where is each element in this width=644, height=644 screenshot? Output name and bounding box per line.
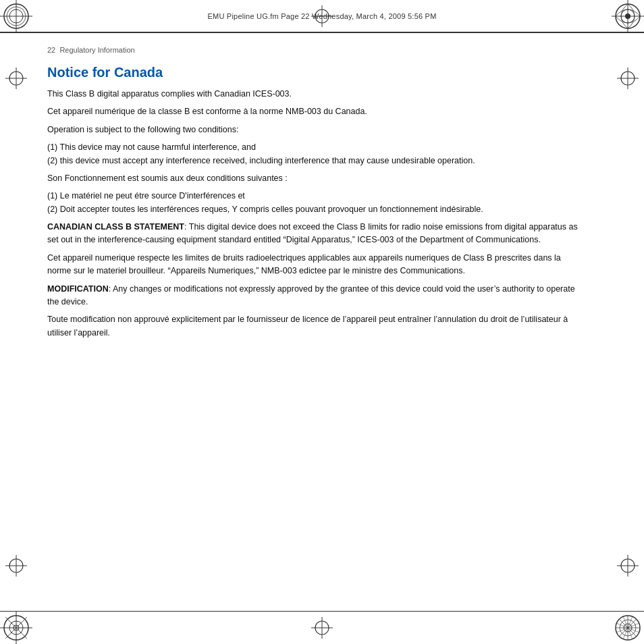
crosshair-right-bottom [617, 555, 639, 576]
paragraph-9-text: Any changes or modifications not express… [47, 284, 575, 306]
svg-point-8 [625, 14, 630, 19]
paragraph-6b: (2) Doit accepter toutes les interférenc… [47, 203, 583, 216]
paragraph-2: Cet appareil numérique de la classe B es… [47, 105, 583, 118]
paragraph-4a: (1) This device may not cause harmful in… [47, 141, 583, 154]
crosshair-top-center [311, 5, 333, 27]
crosshair-left-top [5, 68, 27, 89]
corner-mark-top-right [612, 0, 644, 32]
paragraph-10: Toute modification non approuvé explicit… [47, 313, 583, 340]
paragraph-8: Cet appareil numerique respecte les limi… [47, 252, 583, 278]
bold-prefix-canadian: CANADIAN CLASS B STATEMENT [47, 222, 184, 232]
page-number: 22 [47, 46, 55, 54]
page-label: 22 Regulatory Information [47, 46, 583, 54]
footer-area [0, 612, 644, 644]
paragraph-3: Operation is subject to the following tw… [47, 124, 583, 136]
section-title: Notice for Canada [47, 63, 583, 81]
paragraph-1: This Class B digital apparatus complies … [47, 88, 583, 101]
corner-mark-top-left [0, 0, 32, 32]
paragraph-9: MODIFICATION: Any changes or modificatio… [47, 283, 583, 309]
bold-sep-1: : [184, 222, 189, 232]
main-content: 22 Regulatory Information Notice for Can… [47, 32, 597, 603]
section-label: Regulatory Information [59, 46, 134, 54]
paragraph-4b: (2) this device must accept any interfer… [47, 155, 583, 167]
bold-prefix-modification: MODIFICATION [47, 284, 109, 294]
paragraph-7: CANADIAN CLASS B STATEMENT: This digital… [47, 221, 583, 247]
crosshair-right-top [617, 68, 639, 89]
crosshair-left-bottom [5, 555, 27, 576]
paragraph-6a: (1) Le matériel ne peut étre source D'in… [47, 190, 583, 203]
paragraph-5: Son Fonctionnement est soumis aux deux c… [47, 172, 583, 185]
